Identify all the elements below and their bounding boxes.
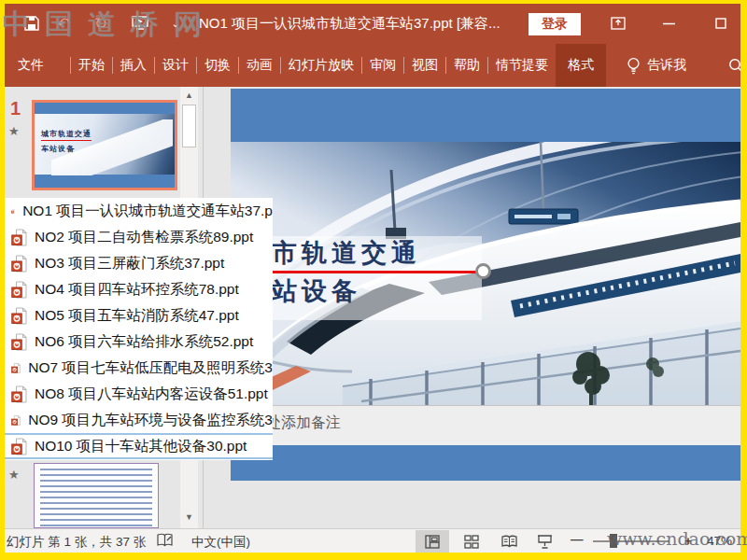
- window-title: NO1 项目一认识城市轨道交通车站37.ppt [兼容...: [199, 15, 500, 33]
- slide-2-thumbnail[interactable]: [34, 463, 159, 528]
- ribbon-tab[interactable]: 切换: [197, 44, 238, 87]
- ribbon-tab[interactable]: 开始: [71, 44, 112, 87]
- reading-view-button[interactable]: [492, 530, 526, 553]
- ribbon-tab[interactable]: 设计: [155, 44, 196, 87]
- file-item-label: NO1 项目一认识城市轨道交通车站37.p: [22, 202, 273, 221]
- ribbon-display-options-icon[interactable]: [606, 11, 630, 35]
- slide-sorter-view-button[interactable]: [455, 530, 488, 553]
- watermark-top-left: 中国道桥网: [2, 6, 217, 44]
- file-list-item[interactable]: NO1 项目一认识城市轨道交通车站37.p: [5, 198, 273, 224]
- slide-top-blue-bar[interactable]: [231, 89, 740, 142]
- ribbon-tab-file[interactable]: 文件: [5, 44, 57, 87]
- ppt-file-icon: [11, 281, 27, 299]
- slide-2-thumbnail-text: [40, 469, 152, 527]
- scrollbar-thumb[interactable]: [182, 105, 196, 147]
- file-list-item[interactable]: NO2 项目二自动售检票系统89.ppt: [5, 224, 273, 250]
- ppt-file-icon: [11, 229, 27, 246]
- lightbulb-icon: [627, 57, 641, 75]
- red-underline-shape[interactable]: [267, 271, 480, 273]
- thumb-title-line2: 车站设备: [41, 144, 75, 154]
- normal-view-button[interactable]: [416, 530, 449, 553]
- ribbon-tab[interactable]: 动画: [239, 44, 280, 87]
- slide-title-line1: 市轨道交通: [272, 236, 421, 270]
- thumb-title-line1: 城市轨道交通: [41, 129, 92, 141]
- ribbon-tab[interactable]: 审阅: [362, 44, 403, 87]
- file-item-label: NO2 项目二自动售检票系统89.ppt: [35, 228, 253, 247]
- file-item-label: NO10 项目十车站其他设备30.ppt: [35, 437, 247, 456]
- file-item-label: NO5 项目五车站消防系统47.ppt: [35, 306, 239, 326]
- slide-1-number: 1: [10, 98, 21, 119]
- watermark-bottom-right: www.cndao.com: [607, 528, 747, 549]
- proofing-icon[interactable]: [157, 533, 173, 548]
- file-item-label: NO4 项目四车站环控系统78.ppt: [35, 280, 239, 300]
- ribbon-tab-format-active[interactable]: 格式: [556, 44, 606, 87]
- scroll-down-arrow[interactable]: ▼: [180, 509, 198, 525]
- slide-title-line2: 站设备: [272, 274, 361, 308]
- slide-counter[interactable]: 幻灯片 第 1 张，共 37 张: [7, 534, 146, 551]
- ppt-file-icon: [11, 385, 27, 403]
- slide-1-thumbnail[interactable]: 城市轨道交通 车站设备: [32, 100, 177, 190]
- search-icon[interactable]: [727, 57, 740, 74]
- file-list-item[interactable]: NO6 项目六车站给排水系统52.ppt: [5, 329, 273, 355]
- tell-me-control[interactable]: 告诉我: [627, 44, 686, 87]
- ppt-file-icon: [11, 307, 27, 325]
- slide-title-textbox[interactable]: 市轨道交通 站设备: [267, 236, 482, 320]
- language-indicator[interactable]: 中文(中国): [191, 534, 250, 551]
- thumb-bottom-bar: [35, 175, 175, 188]
- ribbon-tab[interactable]: 插入: [113, 44, 154, 87]
- file-list-item[interactable]: NO7 项目七车站低压配电及照明系统3: [5, 355, 273, 381]
- file-list-item[interactable]: NO3 项目三屏蔽门系统37.ppt: [5, 250, 273, 276]
- login-button[interactable]: 登录: [529, 13, 581, 35]
- ppt-file-icon: [11, 359, 21, 377]
- zoom-out-button[interactable]: —: [571, 532, 584, 546]
- file-item-label: NO8 项目八车站站内客运设备51.ppt: [35, 385, 268, 404]
- slideshow-view-button[interactable]: [528, 530, 561, 553]
- ribbon-tabs: 文件开始插入设计切换动画幻灯片放映审阅视图帮助情节提要格式: [5, 44, 606, 87]
- scroll-up-arrow[interactable]: ▲: [180, 87, 198, 103]
- slide-1-thumbnail-image: 城市轨道交通 车站设备: [35, 103, 175, 188]
- ribbon-tab[interactable]: 帮助: [446, 44, 487, 87]
- ribbon-tab-strip: 文件开始插入设计切换动画幻灯片放映审阅视图帮助情节提要格式 告诉我: [5, 44, 740, 87]
- ribbon-tab[interactable]: 情节提要: [488, 44, 556, 87]
- ppt-file-icon: [11, 333, 27, 351]
- file-list-item[interactable]: NO8 项目八车站站内客运设备51.ppt: [5, 381, 273, 407]
- ppt-file-icon: [11, 412, 21, 429]
- file-item-label: NO3 项目三屏蔽门系统37.ppt: [35, 254, 224, 273]
- ppt-file-icon: [11, 438, 27, 455]
- maximize-button[interactable]: [709, 11, 733, 35]
- powerpoint-window: ↶ ↻ ⌄ NO1 项目一认识城市轨道交通车站37.ppt [兼容... 登录 …: [5, 4, 740, 553]
- ribbon-tab[interactable]: 幻灯片放映: [281, 44, 361, 87]
- file-list-item[interactable]: NO4 项目四车站环控系统78.ppt: [5, 276, 273, 302]
- thumb-top-bar: [35, 103, 175, 114]
- file-item-label: NO7 项目七车站低压配电及照明系统3: [28, 358, 273, 378]
- file-list-item[interactable]: NO9 项目九车站环境与设备监控系统3: [5, 407, 273, 433]
- yellow-frame: ↶ ↻ ⌄ NO1 项目一认识城市轨道交通车站37.ppt [兼容... 登录 …: [0, 0, 747, 560]
- ppt-file-icon: [11, 203, 15, 220]
- file-list-item[interactable]: NO5 项目五车站消防系统47.ppt: [5, 302, 273, 329]
- tell-me-label: 告诉我: [647, 57, 686, 74]
- file-item-label: NO9 项目九车站环境与设备监控系统3: [28, 411, 273, 430]
- file-item-label: NO6 项目六车站给排水系统52.ppt: [35, 332, 253, 352]
- notes-pane[interactable]: 单击此处添加备注: [204, 406, 740, 445]
- animation-star-icon: ★: [8, 124, 20, 138]
- minimize-button[interactable]: [656, 11, 681, 35]
- shape-endpoint-handle[interactable]: [475, 263, 491, 279]
- ppt-file-icon: [11, 255, 27, 273]
- file-list-overlay: NO1 项目一认识城市轨道交通车站37.pNO2 项目二自动售检票系统89.pp…: [5, 198, 273, 460]
- ribbon-tab[interactable]: 视图: [404, 44, 445, 87]
- animation-star-icon: ★: [8, 468, 20, 482]
- file-list-item[interactable]: NO10 项目十车站其他设备30.ppt: [5, 433, 273, 459]
